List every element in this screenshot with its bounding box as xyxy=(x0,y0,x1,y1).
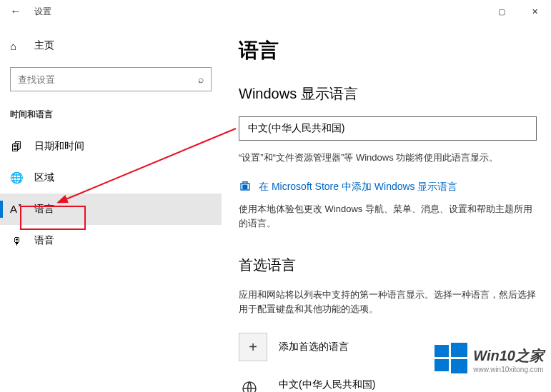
sidebar-item-region[interactable]: 🌐 区域 xyxy=(0,162,222,194)
display-language-desc: “设置”和“文件资源管理器”等 Windows 功能将使用此语言显示。 xyxy=(239,151,537,165)
search-input-wrap[interactable]: ⌕ xyxy=(10,67,212,91)
preferred-lang-heading: 首选语言 xyxy=(239,256,537,275)
back-button[interactable]: ← xyxy=(6,5,26,18)
home-label: 主页 xyxy=(34,39,54,52)
sidebar-item-label: 语言 xyxy=(34,203,54,216)
sidebar-item-label: 语音 xyxy=(34,234,54,247)
windows-logo-icon xyxy=(433,341,469,379)
maximize-button[interactable]: ▢ xyxy=(485,0,518,23)
sidebar: ⌂ 主页 ⌕ 时间和语言 🗐 日期和时间 🌐 区域 A˟ 语言 🎙 语音 xyxy=(0,23,222,392)
store-desc: 使用本地体验包更改 Windows 导航、菜单、消息、设置和帮助主题所用的语言。 xyxy=(239,202,537,232)
search-icon: ⌕ xyxy=(198,74,204,85)
dropdown-value: 中文(中华人民共和国) xyxy=(248,122,344,135)
display-language-dropdown[interactable]: 中文(中华人民共和国) xyxy=(239,116,537,141)
svg-rect-3 xyxy=(245,187,247,189)
window-title: 设置 xyxy=(34,6,51,18)
language-item-icon: A字 xyxy=(239,378,267,392)
page-title: 语言 xyxy=(239,37,537,64)
globe-icon: 🌐 xyxy=(10,171,23,184)
close-button[interactable]: ✕ xyxy=(518,0,551,23)
display-language-heading: Windows 显示语言 xyxy=(239,84,537,104)
home-icon: ⌂ xyxy=(10,40,23,52)
search-input[interactable] xyxy=(18,74,198,85)
home-nav[interactable]: ⌂ 主页 xyxy=(0,31,222,60)
svg-rect-8 xyxy=(435,345,449,357)
svg-rect-10 xyxy=(435,359,449,371)
svg-rect-1 xyxy=(245,185,247,186)
installed-language-name: 中文(中华人民共和国) xyxy=(279,378,462,391)
language-icon: A˟ xyxy=(10,203,23,216)
category-header: 时间和语言 xyxy=(0,104,222,131)
svg-rect-2 xyxy=(243,187,244,189)
sidebar-item-language[interactable]: A˟ 语言 xyxy=(0,194,222,225)
installed-language-item[interactable]: A字 中文(中华人民共和国) 默认应用语言; 默认输入语言; Windows 显… xyxy=(239,378,537,392)
store-icon xyxy=(239,179,252,195)
sidebar-item-datetime[interactable]: 🗐 日期和时间 xyxy=(0,131,222,162)
svg-point-4 xyxy=(243,382,256,392)
watermark: Win10之家 www.win10xitong.com xyxy=(433,341,544,379)
sidebar-item-speech[interactable]: 🎙 语音 xyxy=(0,225,222,256)
add-language-label: 添加首选的语言 xyxy=(279,341,349,353)
watermark-brand: Win10之家 xyxy=(473,346,544,366)
watermark-url: www.win10xitong.com xyxy=(473,366,544,373)
svg-rect-11 xyxy=(451,359,467,373)
sidebar-item-label: 区域 xyxy=(34,171,54,184)
svg-rect-9 xyxy=(451,343,467,357)
add-button[interactable]: + xyxy=(239,333,267,361)
calendar-icon: 🗐 xyxy=(10,141,23,153)
svg-rect-0 xyxy=(243,185,244,186)
store-link-text: 在 Microsoft Store 中添加 Windows 显示语言 xyxy=(259,181,458,194)
main-content: 语言 Windows 显示语言 中文(中华人民共和国) “设置”和“文件资源管理… xyxy=(222,23,551,392)
microphone-icon: 🎙 xyxy=(10,235,23,247)
store-link[interactable]: 在 Microsoft Store 中添加 Windows 显示语言 xyxy=(239,179,537,195)
sidebar-item-label: 日期和时间 xyxy=(34,140,84,153)
preferred-lang-desc: 应用和网站将以列表中支持的第一种语言显示。选择一种语言，然后选择用于配置键盘和其… xyxy=(239,288,537,316)
